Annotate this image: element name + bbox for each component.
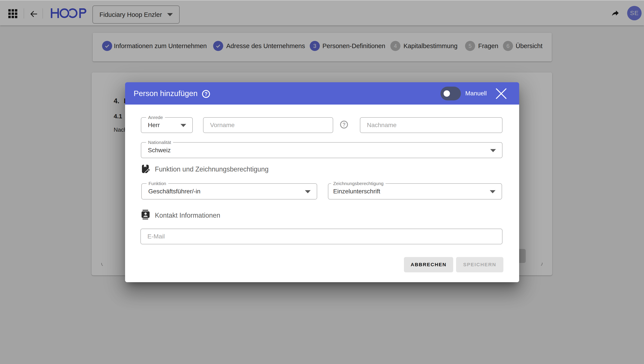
- svg-text:?: ?: [342, 122, 345, 128]
- svg-text:?: ?: [204, 91, 207, 97]
